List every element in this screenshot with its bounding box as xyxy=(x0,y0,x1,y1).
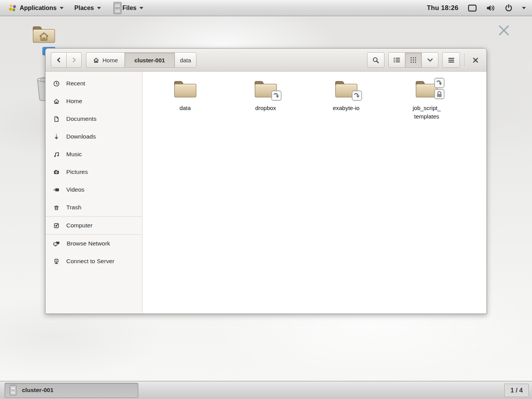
chevron-down-icon xyxy=(427,58,433,62)
recent-clock-icon xyxy=(53,80,60,87)
top-panel-status-area: Thu 18:26 xyxy=(427,4,527,12)
places-menu[interactable]: Places xyxy=(70,0,105,16)
sidebar-label: Trash xyxy=(66,204,81,211)
list-view-button[interactable] xyxy=(388,52,405,68)
sidebar-item-pictures[interactable]: Pictures xyxy=(45,163,142,181)
forward-button[interactable] xyxy=(66,52,82,68)
sidebar-label: Music xyxy=(66,151,82,158)
folder-icon xyxy=(173,79,198,99)
applications-menu-label: Applications xyxy=(20,5,57,12)
power-icon[interactable] xyxy=(505,4,513,12)
chevron-down-icon[interactable] xyxy=(522,7,526,9)
sidebar-item-connect-to-server[interactable]: Connect to Server xyxy=(45,252,142,270)
applications-menu[interactable]: Applications xyxy=(5,0,67,16)
volume-icon[interactable] xyxy=(486,4,495,12)
clock[interactable]: Thu 18:26 xyxy=(427,4,458,12)
file-name: dropbox xyxy=(225,104,306,112)
applications-logo-icon xyxy=(8,4,17,12)
places-menu-label: Places xyxy=(74,5,94,12)
breadcrumb-home-label: Home xyxy=(102,57,118,63)
places-sidebar: Recent Home Documents xyxy=(45,72,143,314)
sidebar-item-downloads[interactable]: Downloads xyxy=(45,128,142,145)
hamburger-menu-icon xyxy=(448,57,455,63)
chevron-down-icon xyxy=(139,7,143,9)
sidebar-label: Documents xyxy=(66,115,96,122)
document-icon xyxy=(53,116,60,122)
file-item-dropbox[interactable]: dropbox xyxy=(225,79,306,112)
lock-emblem-icon xyxy=(434,89,445,99)
view-toggle-group xyxy=(388,52,438,68)
grid-view-icon xyxy=(410,57,416,63)
chevron-down-icon xyxy=(97,7,101,9)
sidebar-item-music[interactable]: Music xyxy=(45,145,142,163)
server-icon xyxy=(53,258,60,265)
file-name: exabyte-io xyxy=(306,104,386,112)
search-icon xyxy=(372,57,379,64)
bottom-taskbar: cluster-001 1 / 4 xyxy=(0,381,532,399)
sidebar-item-videos[interactable]: Videos xyxy=(45,181,142,199)
grid-view-button[interactable] xyxy=(405,52,421,68)
taskbar-window-button[interactable]: cluster-001 xyxy=(5,383,138,398)
file-name: data xyxy=(145,104,225,112)
camera-icon xyxy=(53,169,60,175)
sidebar-label: Downloads xyxy=(66,133,96,140)
navigation-buttons xyxy=(51,52,82,68)
chevron-right-icon xyxy=(71,57,77,63)
home-icon xyxy=(93,57,99,63)
sidebar-label: Recent xyxy=(66,80,85,87)
files-menu-label: Files xyxy=(123,5,136,12)
breadcrumb-child-label: data xyxy=(180,57,191,63)
chevron-down-icon xyxy=(60,7,64,9)
hard-drive-icon xyxy=(53,222,60,229)
breadcrumb-current-label: cluster-001 xyxy=(134,57,165,63)
sidebar-label: Pictures xyxy=(66,169,88,175)
breadcrumb-home[interactable]: Home xyxy=(86,52,124,68)
files-app-menu[interactable]: Files xyxy=(109,0,147,16)
file-grid: data xyxy=(143,72,487,314)
breadcrumb: Home cluster-001 data xyxy=(86,52,196,68)
sidebar-label: Computer xyxy=(66,222,92,229)
breadcrumb-cluster-001[interactable]: cluster-001 xyxy=(124,52,175,68)
list-view-icon xyxy=(393,57,400,63)
window-toolbar: Home cluster-001 data xyxy=(45,48,487,72)
sidebar-label: Home xyxy=(66,98,82,105)
taskbar-window-label: cluster-001 xyxy=(22,387,54,394)
sidebar-item-trash[interactable]: Trash xyxy=(45,199,142,216)
symlink-emblem-icon xyxy=(434,78,445,88)
sidebar-item-recent[interactable]: Recent xyxy=(45,75,142,92)
top-panel: Applications Places Files Thu 18:26 xyxy=(0,0,532,16)
sidebar-label: Connect to Server xyxy=(66,258,114,265)
workspace-indicator[interactable]: 1 / 4 xyxy=(504,384,529,397)
sidebar-label: Browse Network xyxy=(67,240,110,247)
close-icon xyxy=(472,57,479,63)
trash-icon xyxy=(53,204,60,211)
symlink-emblem-icon xyxy=(271,90,282,101)
file-name-line2: templates xyxy=(386,112,467,121)
sidebar-item-home[interactable]: Home xyxy=(45,92,142,110)
video-camera-icon xyxy=(53,187,60,193)
window-menu-button[interactable] xyxy=(442,52,460,68)
file-item-data[interactable]: data xyxy=(145,79,225,112)
toolbar-separator xyxy=(464,53,465,67)
view-options-button[interactable] xyxy=(421,52,438,68)
network-computers-icon xyxy=(53,240,60,247)
window-close-button[interactable] xyxy=(469,53,482,67)
music-note-icon xyxy=(53,151,60,158)
symlink-emblem-icon xyxy=(352,90,362,101)
sidebar-item-browse-network[interactable]: Browse Network xyxy=(45,235,142,252)
file-manager-window: Home cluster-001 data xyxy=(45,48,487,314)
file-cabinet-icon xyxy=(9,385,17,396)
sidebar-item-documents[interactable]: Documents xyxy=(45,110,142,128)
sidebar-label: Videos xyxy=(66,186,84,193)
desktop-close-mark-icon xyxy=(498,24,510,37)
back-button[interactable] xyxy=(51,52,66,68)
sidebar-item-computer[interactable]: Computer xyxy=(45,217,142,234)
chevron-left-icon xyxy=(56,57,62,63)
home-folder-icon xyxy=(32,25,56,45)
breadcrumb-data[interactable]: data xyxy=(175,52,196,68)
file-item-exabyte-io[interactable]: exabyte-io xyxy=(306,79,386,112)
search-button[interactable] xyxy=(367,52,384,68)
display-icon[interactable] xyxy=(468,4,477,12)
download-icon xyxy=(53,134,60,140)
file-item-job-script-templates[interactable]: job_script_ templates xyxy=(386,79,467,121)
